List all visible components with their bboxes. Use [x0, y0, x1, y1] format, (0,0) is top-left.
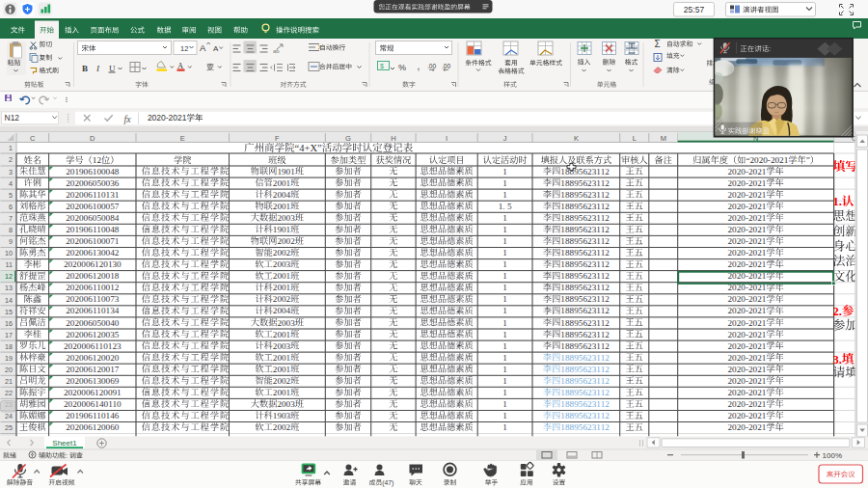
svg-text:2002: 2002	[273, 376, 291, 386]
svg-text:.00: .00	[442, 63, 450, 69]
svg-text:11: 11	[6, 260, 13, 269]
svg-text:,: ,	[418, 61, 420, 71]
svg-text:202006120018: 202006120018	[66, 271, 120, 281]
svg-text:25: 25	[5, 423, 13, 432]
svg-text:2003: 2003	[277, 399, 295, 409]
svg-text:202006110073: 202006110073	[66, 294, 120, 304]
svg-text:10: 10	[5, 249, 13, 258]
svg-text:2: 2	[9, 155, 13, 164]
svg-text:2020006120091: 2020006120091	[64, 388, 122, 397]
svg-text:2002: 2002	[277, 236, 295, 246]
svg-text:F: F	[275, 134, 280, 143]
svg-text:2020-2021: 2020-2021	[728, 318, 767, 328]
svg-text:2020-2021: 2020-2021	[728, 248, 767, 258]
svg-text:4: 4	[9, 179, 13, 188]
svg-text:9: 9	[9, 237, 13, 246]
svg-text:B: B	[82, 64, 88, 73]
svg-text:C: C	[30, 134, 36, 143]
svg-text:18895623112: 18895623112	[560, 248, 610, 258]
svg-text:%: %	[398, 63, 406, 72]
svg-text:18895623112: 18895623112	[560, 178, 610, 188]
svg-text:202006110134: 202006110134	[66, 306, 120, 315]
svg-text:6: 6	[9, 203, 13, 211]
svg-text:3.: 3.	[832, 353, 841, 366]
svg-text:2.: 2.	[832, 305, 841, 318]
svg-text:202006110012: 202006110012	[66, 283, 120, 292]
svg-text:$: $	[380, 63, 384, 69]
svg-text:1.: 1.	[832, 195, 841, 208]
svg-text:2020-2021: 2020-2021	[728, 411, 767, 420]
svg-text:2020-2021: 2020-2021	[728, 399, 767, 409]
svg-text:14: 14	[5, 296, 13, 305]
svg-text:1: 1	[502, 422, 507, 432]
svg-text:18895623112: 18895623112	[560, 399, 610, 409]
svg-text:12: 12	[5, 272, 13, 281]
svg-text:G: G	[345, 134, 351, 143]
svg-text:7: 7	[9, 214, 13, 223]
svg-text:202006050040: 202006050040	[66, 318, 120, 328]
svg-text:18895623112: 18895623112	[560, 294, 610, 304]
svg-text:18895623112: 18895623112	[560, 365, 610, 374]
svg-text:1: 1	[502, 376, 507, 386]
svg-text:1: 1	[502, 294, 507, 304]
svg-text:18895623112: 18895623112	[560, 353, 610, 363]
svg-text:2001: 2001	[273, 365, 291, 374]
svg-text:201906110146: 201906110146	[66, 411, 120, 420]
svg-text:N12: N12	[5, 113, 20, 122]
svg-text:18895623112: 18895623112	[560, 341, 610, 351]
svg-text:2002: 2002	[273, 248, 291, 258]
svg-text:202006100071: 202006100071	[66, 236, 120, 246]
svg-text:1901: 1901	[277, 167, 295, 176]
svg-text:2003: 2003	[277, 318, 295, 328]
svg-text:18895623112: 18895623112	[560, 422, 610, 432]
svg-text:18895623112: 18895623112	[560, 330, 610, 339]
svg-text:18895623112: 18895623112	[560, 202, 610, 211]
svg-text:12: 12	[180, 44, 188, 53]
svg-text:2020-2021: 2020-2021	[728, 225, 767, 234]
svg-text:202006050036: 202006050036	[66, 178, 120, 188]
svg-text:22: 22	[5, 389, 13, 397]
svg-text:201906110048: 201906110048	[66, 225, 120, 234]
svg-text:2001: 2001	[273, 202, 291, 211]
svg-text:15: 15	[5, 308, 13, 316]
svg-text:2020-2021: 2020-2021	[728, 178, 767, 188]
svg-text:1: 1	[502, 283, 507, 292]
svg-text:1: 1	[9, 144, 13, 152]
svg-text:M: M	[661, 134, 666, 143]
svg-text:1: 1	[502, 306, 507, 315]
svg-text:202006120020: 202006120020	[66, 353, 120, 363]
svg-text:J: J	[503, 134, 507, 143]
svg-text:1: 1	[502, 318, 507, 328]
svg-text:2020-2021: 2020-2021	[728, 376, 767, 386]
svg-text:18895623112: 18895623112	[560, 213, 610, 223]
svg-text:12: 12	[93, 155, 102, 165]
svg-text:1: 1	[502, 190, 507, 200]
svg-text:17: 17	[5, 331, 13, 339]
svg-text:1: 1	[502, 330, 507, 339]
svg-text:2020-2021: 2020-2021	[728, 202, 767, 211]
svg-text:2001: 2001	[273, 330, 291, 339]
svg-text::: :	[66, 452, 69, 459]
svg-text:2001: 2001	[273, 353, 291, 363]
svg-text:2020-2021: 2020-2021	[728, 353, 767, 363]
svg-text:2003: 2003	[273, 341, 291, 351]
svg-text:1901: 1901	[273, 225, 291, 234]
svg-text:5: 5	[9, 191, 13, 200]
svg-text:202006110131: 202006110131	[66, 190, 120, 200]
svg-text:2020-2021: 2020-2021	[728, 294, 767, 304]
svg-text:2020-2021: 2020-2021	[728, 306, 767, 315]
svg-text:1: 1	[502, 248, 507, 258]
svg-text:25:57: 25:57	[684, 5, 705, 14]
svg-text:202006130069: 202006130069	[66, 376, 120, 386]
svg-text:2020-2021: 2020-2021	[728, 422, 767, 432]
svg-text:202006100057: 202006100057	[66, 202, 120, 211]
svg-text:202006120017: 202006120017	[66, 365, 120, 374]
svg-text:2002: 2002	[273, 294, 291, 304]
svg-text:2020-2021: 2020-2021	[728, 365, 767, 374]
svg-text:1: 1	[502, 213, 507, 223]
svg-text:2020-2021: 2020-2021	[728, 190, 767, 200]
svg-text:18895623112: 18895623112	[560, 259, 610, 269]
svg-text:2004: 2004	[273, 190, 291, 200]
svg-text:L: L	[633, 134, 637, 143]
svg-text:2020-2021: 2020-2021	[728, 259, 767, 269]
